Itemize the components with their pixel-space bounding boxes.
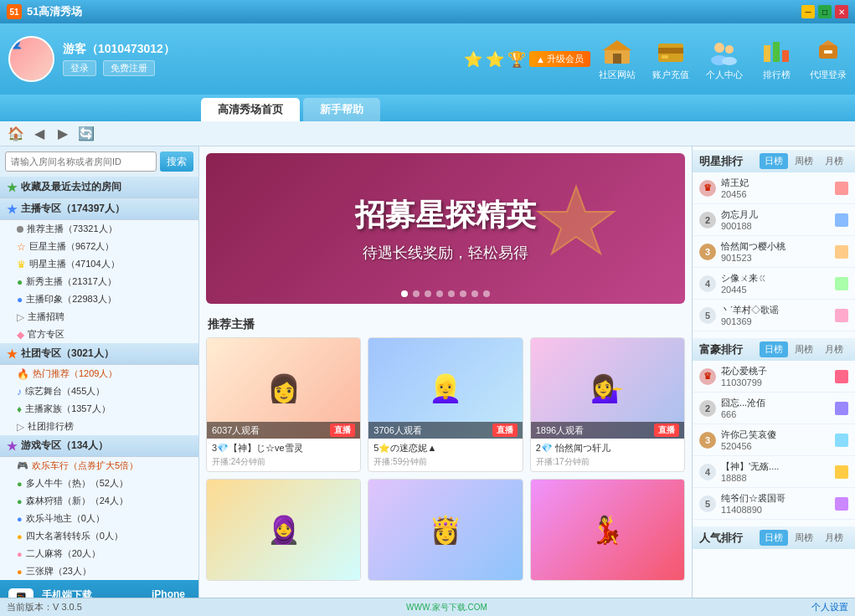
nav-agent[interactable]: 代理登录 <box>810 37 847 81</box>
sidebar-item-anchor-jobs[interactable]: ▷ 主播招聘 <box>0 308 198 326</box>
streamer-card-3[interactable]: 💁‍♀️ 1896人观看 直播 2💎 怡然闻つ轩儿 开播:17分钟前 <box>530 337 685 472</box>
nav-community[interactable]: 社区网站 <box>599 37 636 81</box>
forward-button[interactable]: ▶ <box>54 125 72 143</box>
rank-info-rich-5: 纯爷们☆裘国哥 11408890 <box>716 492 835 515</box>
main-layout: 搜索 ★ 收藏及最近去过的房间 ★ 主播专区（174397人） 推荐主播（733… <box>0 146 855 616</box>
classics-icon: ● <box>17 531 23 542</box>
rank-tab-popular-day[interactable]: 日榜 <box>760 530 788 546</box>
rank-item-rich-5[interactable]: 5 纯爷们☆裘国哥 11408890 <box>693 488 855 520</box>
rank-item-star-2[interactable]: 2 勿忘月儿 900188 <box>693 204 855 236</box>
app-title: 51高清秀场 <box>27 4 82 19</box>
banner-dot-1[interactable] <box>401 290 408 297</box>
rank-title-popular: 人气排行 <box>699 531 760 546</box>
home-button[interactable]: 🏠 <box>7 125 25 143</box>
streamer-time-3: 开播:17分钟前 <box>536 456 679 468</box>
streamer-grid-row2: 🧕 👸 💃 <box>199 479 692 588</box>
sidebar-item-new-anchors[interactable]: ● 新秀主播（21317人） <box>0 273 198 290</box>
rank-tab-star-week[interactable]: 周榜 <box>790 153 818 169</box>
banner-dot-2[interactable] <box>413 290 420 297</box>
streamer-card-4[interactable]: 🧕 <box>206 479 361 581</box>
rank-tab-star-day[interactable]: 日榜 <box>760 153 788 169</box>
rank-tab-popular-month[interactable]: 月榜 <box>820 530 848 546</box>
search-button[interactable]: 搜索 <box>160 151 193 172</box>
banner-dot-5[interactable] <box>448 290 455 297</box>
rank-item-star-1[interactable]: ♛ 靖王妃 20456 <box>693 172 855 204</box>
sidebar-item-official[interactable]: ◆ 官方专区 <box>0 326 198 343</box>
search-input[interactable] <box>5 151 157 172</box>
streamer-card-5[interactable]: 👸 <box>368 479 523 581</box>
sidebar-item-car-game[interactable]: 🎮 欢乐车行（点券扩大5倍） <box>0 457 198 475</box>
sidebar-header-anchor[interactable]: ★ 主播专区（174397人） <box>0 198 198 220</box>
nav-recharge[interactable]: 账户充值 <box>652 37 689 81</box>
sidebar-item-recommended-anchors[interactable]: 推荐主播（73321人） <box>0 220 198 238</box>
sidebar-section-games-title: 游戏专区（134人） <box>21 439 108 453</box>
rank-tab-star-month[interactable]: 月榜 <box>820 153 848 169</box>
sidebar-item-hot-rec[interactable]: 🔥 热门推荐（1209人） <box>0 365 198 382</box>
rank-info-rich-3: 许你己笑哀傻 520456 <box>716 429 835 451</box>
sidebar-item-social-ranking[interactable]: ▷ 社团排行榜 <box>0 418 198 435</box>
banner-dot-3[interactable] <box>425 290 431 297</box>
sidebar-item-forest-game[interactable]: ● 森林狩猎（新）（24人） <box>0 492 198 510</box>
svg-rect-15 <box>824 50 832 54</box>
close-button[interactable]: ✕ <box>835 5 848 18</box>
rank-tab-rich-month[interactable]: 月榜 <box>820 341 848 357</box>
register-button[interactable]: 免费注册 <box>103 60 155 76</box>
sidebar-item-anchor-impression[interactable]: ● 主播印象（22983人） <box>0 290 198 308</box>
nav-ranking[interactable]: 排行榜 <box>760 37 793 81</box>
viewer-count-3: 1896人观看 <box>536 424 584 437</box>
rank-item-rich-4[interactable]: 4 【神】'无殇.... 18888 <box>693 456 855 488</box>
banner-dot-6[interactable] <box>460 290 466 297</box>
rank-item-star-5[interactable]: 5 丶ˊ羊村◇歌谣 901369 <box>693 300 855 331</box>
rank-item-rich-2[interactable]: 2 囧忘...沧佰 666 <box>693 393 855 424</box>
rank-item-rich-3[interactable]: 3 许你己笑哀傻 520456 <box>693 424 855 456</box>
banner[interactable]: 招募星探精英 待遇长线奖励，轻松易得 <box>206 153 685 304</box>
landlord-icon: ● <box>17 514 23 524</box>
back-button[interactable]: ◀ <box>30 125 49 143</box>
sidebar-header-games[interactable]: ★ 游戏专区（134人） <box>0 435 198 457</box>
refresh-button[interactable]: 🔄 <box>77 125 95 143</box>
tab-home[interactable]: 高清秀场首页 <box>201 98 300 121</box>
streamer-card-1[interactable]: 👩 6037人观看 直播 3💎【神】じ☆ve雪灵 开播:24分钟前 <box>206 337 361 472</box>
stream-overlay-1: 6037人观看 直播 <box>207 422 360 439</box>
sidebar-item-label: 社团排行榜 <box>28 420 74 433</box>
upgrade-button[interactable]: ▲ 升级会员 <box>529 51 590 67</box>
sidebar-item-bull-game[interactable]: ● 多人牛牛（热）（52人） <box>0 475 198 492</box>
streamer-card-2[interactable]: 👱‍♀️ 3706人观看 直播 5⭐の迷恋妮▲ 开播:59分钟前 <box>368 337 523 472</box>
sidebar-header-social[interactable]: ★ 社团专区（3021人） <box>0 343 198 365</box>
svg-rect-5 <box>662 55 668 59</box>
maximize-button[interactable]: □ <box>818 5 832 18</box>
avatar-image: 👤 <box>10 38 53 80</box>
streamer-name-3: 2💎 怡然闻つ轩儿 <box>536 442 679 454</box>
minimize-button[interactable]: ─ <box>801 5 815 18</box>
nav-profile[interactable]: 个人中心 <box>706 37 743 81</box>
streamer-card-6[interactable]: 💃 <box>530 479 685 581</box>
sidebar-item-classics-game[interactable]: ● 四大名著转转乐（0人） <box>0 527 198 545</box>
profile-label: 个人中心 <box>706 69 743 81</box>
rank-tab-rich-day[interactable]: 日榜 <box>760 341 788 357</box>
banner-dot-8[interactable] <box>483 290 490 297</box>
rank-item-star-4[interactable]: 4 シ像ㄨ来ㄍ 20445 <box>693 268 855 300</box>
banner-dot-7[interactable] <box>471 290 478 297</box>
rank-section-rich: 富豪排行 日榜 周榜 月榜 ♛ 花心爱桃子 11030799 2 囧忘...沧佰 <box>693 335 855 523</box>
sidebar-item-anchor-family[interactable]: ♦ 主播家族（1357人） <box>0 400 198 418</box>
sidebar-item-variety[interactable]: ♪ 综艺舞台（455人） <box>0 382 198 400</box>
rank-num-rich-3: 3 <box>699 432 716 449</box>
tab-help[interactable]: 新手帮助 <box>303 98 380 121</box>
rank-item-rich-1[interactable]: ♛ 花心爱桃子 11030799 <box>693 361 855 393</box>
sidebar-item-celebrity-anchors[interactable]: ♛ 明星主播（47104人） <box>0 255 198 273</box>
rank-num-1: ♛ <box>699 180 716 197</box>
mahjong-icon: ● <box>17 549 23 559</box>
rank-item-star-3[interactable]: 3 恰然闻つ樱小桃 901523 <box>693 236 855 268</box>
banner-dot-4[interactable] <box>436 290 443 297</box>
rank-tab-popular-week[interactable]: 周榜 <box>790 530 818 546</box>
svg-marker-14 <box>821 40 836 45</box>
rank-avatar-rich-5 <box>835 497 848 511</box>
sidebar-item-landlord-game[interactable]: ● 欢乐斗地主（0人） <box>0 510 198 527</box>
rank-tab-rich-week[interactable]: 周榜 <box>790 341 818 357</box>
sidebar-item-star-anchors[interactable]: ☆ 巨星主播（9672人） <box>0 238 198 255</box>
login-button[interactable]: 登录 <box>63 60 96 76</box>
sidebar-header-recent[interactable]: ★ 收藏及最近去过的房间 <box>0 177 198 198</box>
sidebar-item-mahjong-game[interactable]: ● 二人麻将（20人） <box>0 545 198 562</box>
settings-link[interactable]: 个人设置 <box>811 601 848 613</box>
sidebar-item-cards-game[interactable]: ● 三张牌（23人） <box>0 562 198 580</box>
